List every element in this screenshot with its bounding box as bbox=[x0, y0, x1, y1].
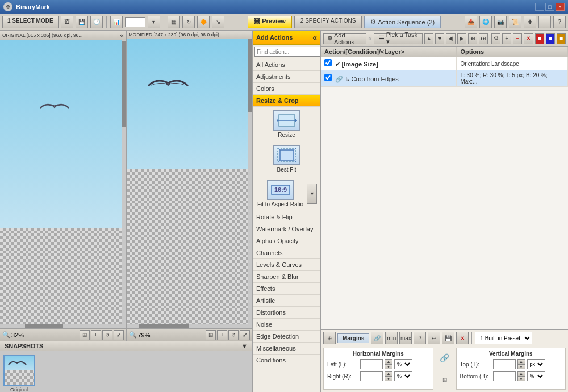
category-conditions[interactable]: Conditions bbox=[253, 355, 320, 366]
seq-color2-btn[interactable]: ■ bbox=[546, 33, 555, 44]
select-mode-button[interactable]: 1 SELECT MODE bbox=[2, 16, 59, 28]
seq-skip-prev-btn[interactable]: ⏮ bbox=[468, 33, 477, 44]
modified-zoom-out-btn[interactable]: ↺ bbox=[228, 330, 239, 340]
seq-remove-btn[interactable]: − bbox=[513, 33, 522, 44]
bottom-input[interactable]: 20.0 bbox=[493, 371, 516, 381]
modified-fullscreen-btn[interactable]: ⤢ bbox=[240, 330, 250, 340]
network-icon[interactable]: 🌐 bbox=[479, 16, 492, 28]
link-margins-icon[interactable]: 🔗 bbox=[440, 348, 450, 368]
category-resize-crop[interactable]: Resize & Crop bbox=[253, 95, 320, 107]
seq-next-btn[interactable]: ▶ bbox=[457, 33, 466, 44]
category-adjustments[interactable]: Adjustments bbox=[253, 71, 320, 83]
props-icon-btn[interactable]: ⊕ bbox=[323, 332, 336, 344]
link-margins-icon2[interactable]: ⊞ bbox=[440, 369, 450, 390]
bottom-down-btn[interactable]: ▼ bbox=[517, 376, 525, 381]
specify-tab[interactable]: 2 SPECIFY ACTIONS bbox=[294, 16, 362, 28]
top-up-btn[interactable]: ▲ bbox=[517, 359, 525, 364]
snapshots-collapse-icon[interactable]: ▼ bbox=[241, 343, 248, 349]
find-input[interactable] bbox=[254, 47, 321, 57]
close-button[interactable]: × bbox=[556, 3, 565, 11]
bottom-up-btn[interactable]: ▲ bbox=[517, 371, 525, 376]
action-fit-aspect[interactable]: 16:9 Fit to Aspect Ratio bbox=[256, 178, 304, 208]
original-zoom-in-btn[interactable]: + bbox=[91, 330, 101, 340]
preset-select[interactable]: 1 Built-in Preset bbox=[475, 332, 532, 344]
top-down-btn[interactable]: ▼ bbox=[517, 364, 525, 369]
modified-zoom-in-btn[interactable]: + bbox=[217, 330, 227, 340]
props-max-btn[interactable]: max bbox=[399, 332, 412, 344]
histogram-icon[interactable]: 📊 bbox=[110, 16, 123, 28]
arrow-icon[interactable]: ↘ bbox=[212, 16, 224, 28]
category-noise[interactable]: Noise bbox=[253, 319, 320, 331]
more-actions-btn[interactable]: ▾ bbox=[307, 184, 317, 204]
category-effects[interactable]: Effects bbox=[253, 283, 320, 295]
props-link-btn[interactable]: 🔗 bbox=[371, 332, 383, 344]
minimize-button[interactable]: – bbox=[535, 3, 544, 11]
seq-prev-btn[interactable]: ◀ bbox=[446, 33, 455, 44]
seq-up-btn[interactable]: ▲ bbox=[424, 33, 433, 44]
category-alpha[interactable]: Alpha / Opacity bbox=[253, 235, 320, 247]
left-input[interactable]: 30.0 bbox=[360, 359, 383, 369]
top-unit[interactable]: px% bbox=[527, 359, 545, 369]
category-sharpen[interactable]: Sharpen & Blur bbox=[253, 271, 320, 283]
seq-add-btn[interactable]: + bbox=[502, 33, 511, 44]
props-min-btn[interactable]: min bbox=[385, 332, 398, 344]
original-zoom-out-btn[interactable]: ↺ bbox=[102, 330, 112, 340]
toolbar-icon-2[interactable]: 💾 bbox=[76, 16, 88, 28]
right-unit[interactable]: %px bbox=[394, 371, 412, 381]
minus-icon[interactable]: − bbox=[538, 16, 551, 28]
add-actions-seq-btn[interactable]: ⚙ Add Actions bbox=[323, 33, 366, 44]
category-levels[interactable]: Levels & Curves bbox=[253, 259, 320, 271]
script-icon[interactable]: 📜 bbox=[509, 16, 521, 28]
props-help-btn[interactable]: ? bbox=[414, 332, 426, 344]
refresh-icon[interactable]: ↻ bbox=[182, 16, 195, 28]
category-distortions[interactable]: Distortions bbox=[253, 307, 320, 319]
toolbar-icon-3[interactable]: 🕐 bbox=[90, 16, 103, 28]
grid-icon[interactable]: ▦ bbox=[168, 16, 180, 28]
category-artistic[interactable]: Artistic bbox=[253, 295, 320, 307]
help-icon[interactable]: ? bbox=[553, 16, 566, 28]
category-channels[interactable]: Channels bbox=[253, 247, 320, 259]
props-save-btn[interactable]: 💾 bbox=[442, 332, 454, 344]
table-row[interactable]: ✔ [Image Size] Orientation: Landscape bbox=[321, 57, 568, 70]
add-icon[interactable]: ✚ bbox=[524, 16, 536, 28]
cam-icon[interactable]: 📷 bbox=[494, 16, 507, 28]
right-input[interactable]: 30.0 bbox=[360, 371, 383, 381]
right-up-btn[interactable]: ▲ bbox=[385, 371, 392, 376]
right-down-btn[interactable]: ▼ bbox=[385, 376, 392, 381]
category-misc[interactable]: Miscellaneous bbox=[253, 343, 320, 355]
category-all-actions[interactable]: All Actions bbox=[253, 59, 320, 71]
pick-task-button[interactable]: ☰ Pick a Task ▾ bbox=[374, 33, 423, 44]
seq-color3-btn[interactable]: ■ bbox=[557, 33, 566, 44]
export-icon[interactable]: 📤 bbox=[465, 16, 477, 28]
action-best-fit[interactable]: Best Fit bbox=[272, 144, 302, 174]
original-fit-btn[interactable]: ⊞ bbox=[80, 330, 90, 340]
left-unit[interactable]: %px bbox=[394, 359, 412, 369]
zoom-input[interactable]: 79% bbox=[125, 17, 145, 27]
actions-collapse-icon[interactable]: « bbox=[312, 33, 317, 42]
expand-icon[interactable]: « bbox=[120, 32, 123, 39]
seq-color1-btn[interactable]: ■ bbox=[535, 33, 544, 44]
category-watermark[interactable]: Watermark / Overlay bbox=[253, 223, 320, 235]
original-fullscreen-btn[interactable]: ⤢ bbox=[114, 330, 124, 340]
seq-delete-btn[interactable]: ✕ bbox=[524, 33, 533, 44]
category-colors[interactable]: Colors bbox=[253, 83, 320, 95]
zoom-icon[interactable]: ▾ bbox=[148, 16, 160, 28]
color-icon[interactable]: 🔶 bbox=[197, 16, 210, 28]
action-resize[interactable]: Resize bbox=[272, 109, 302, 139]
table-row[interactable]: 🔗 ↳ Crop from Edges L: 30 %; R: 30 %; T:… bbox=[321, 70, 568, 87]
seq-down-btn[interactable]: ▼ bbox=[435, 33, 444, 44]
seq-settings-btn[interactable]: ⚙ bbox=[491, 33, 500, 44]
row1-checkbox[interactable] bbox=[324, 59, 332, 66]
props-undo-btn[interactable]: ↩ bbox=[428, 332, 440, 344]
bottom-unit[interactable]: %px bbox=[527, 371, 545, 381]
props-delete-btn[interactable]: ✕ bbox=[456, 332, 469, 344]
left-up-btn[interactable]: ▲ bbox=[385, 359, 392, 364]
top-input[interactable]: 5 bbox=[493, 359, 516, 369]
maximize-button[interactable]: □ bbox=[545, 3, 554, 11]
left-down-btn[interactable]: ▼ bbox=[385, 364, 392, 369]
modified-fit-btn[interactable]: ⊞ bbox=[206, 330, 216, 340]
action-seq-tab[interactable]: ⚙ Action Sequence (2) bbox=[364, 16, 441, 28]
seq-skip-next-btn[interactable]: ⏭ bbox=[479, 33, 488, 44]
snapshot-item[interactable]: Original bbox=[3, 355, 35, 392]
preview-tab[interactable]: 🖼 Preview bbox=[248, 16, 291, 28]
